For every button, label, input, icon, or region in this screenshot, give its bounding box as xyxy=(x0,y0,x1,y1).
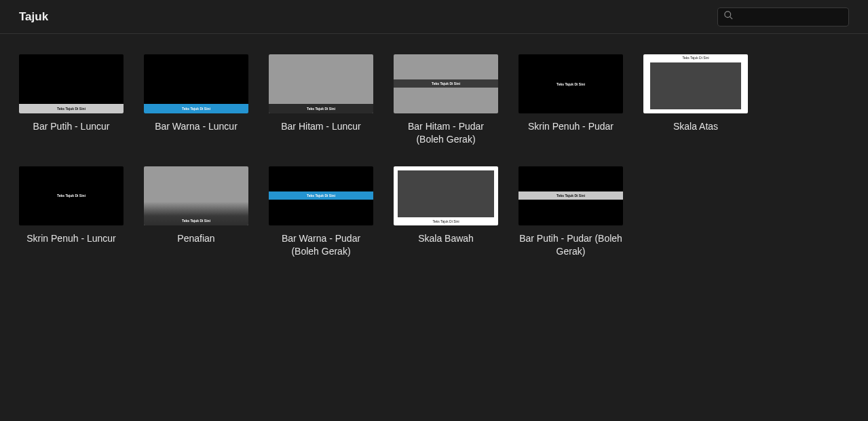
sample-text: Teks Tajuk Di Sini xyxy=(182,107,210,111)
title-templates-grid: Teks Tajuk Di Sini Bar Putih - Luncur Te… xyxy=(0,34,868,278)
template-label: Bar Hitam - Luncur xyxy=(269,120,373,133)
sample-text: Teks Tajuk Di Sini xyxy=(182,219,210,223)
sample-text: Teks Tajuk Di Sini xyxy=(394,219,498,223)
search-icon xyxy=(723,10,734,23)
template-label: Skala Atas xyxy=(643,120,748,133)
template-label: Bar Warna - Luncur xyxy=(144,120,248,133)
thumbnail: Teks Tajuk Di Sini xyxy=(269,166,373,225)
thumbnail: Teks Tajuk Di Sini xyxy=(19,54,124,113)
thumbnail: Teks Tajuk Di Sini xyxy=(518,166,623,225)
sample-text: Teks Tajuk Di Sini xyxy=(307,107,335,111)
template-label: Bar Warna - Pudar (Boleh Gerak) xyxy=(269,232,373,258)
thumbnail: Teks Tajuk Di Sini xyxy=(19,166,124,225)
template-skala-bawah[interactable]: Teks Tajuk Di Sini Skala Bawah xyxy=(394,166,498,258)
template-penafian[interactable]: Teks Tajuk Di Sini Penafian xyxy=(144,166,248,258)
sample-text: Teks Tajuk Di Sini xyxy=(307,194,335,198)
template-label: Skrin Penuh - Pudar xyxy=(518,120,623,133)
svg-point-0 xyxy=(725,12,731,18)
template-bar-hitam-pudar[interactable]: Teks Tajuk Di Sini Bar Hitam - Pudar (Bo… xyxy=(394,54,498,146)
template-label: Skrin Penuh - Luncur xyxy=(19,232,124,245)
template-bar-hitam-luncur[interactable]: Teks Tajuk Di Sini Bar Hitam - Luncur xyxy=(269,54,373,146)
thumbnail: Teks Tajuk Di Sini xyxy=(269,54,373,113)
template-skrin-penuh-pudar[interactable]: Teks Tajuk Di Sini Skrin Penuh - Pudar xyxy=(518,54,623,146)
template-label: Penafian xyxy=(144,232,248,245)
thumbnail: Teks Tajuk Di Sini xyxy=(144,54,248,113)
thumbnail: Teks Tajuk Di Sini xyxy=(394,166,498,225)
svg-line-1 xyxy=(730,16,732,19)
template-bar-putih-luncur[interactable]: Teks Tajuk Di Sini Bar Putih - Luncur xyxy=(19,54,124,146)
template-bar-warna-luncur[interactable]: Teks Tajuk Di Sini Bar Warna - Luncur xyxy=(144,54,248,146)
template-label: Skala Bawah xyxy=(394,232,498,245)
sample-text: Teks Tajuk Di Sini xyxy=(556,194,585,198)
template-label: Bar Putih - Luncur xyxy=(19,120,124,133)
sample-text: Teks Tajuk Di Sini xyxy=(57,107,86,111)
template-bar-warna-pudar[interactable]: Teks Tajuk Di Sini Bar Warna - Pudar (Bo… xyxy=(269,166,373,258)
thumbnail: Teks Tajuk Di Sini xyxy=(144,166,248,225)
template-skala-atas[interactable]: Teks Tajuk Di Sini Skala Atas xyxy=(643,54,748,146)
thumbnail: Teks Tajuk Di Sini xyxy=(394,54,498,113)
search-container[interactable] xyxy=(717,7,849,26)
template-skrin-penuh-luncur[interactable]: Teks Tajuk Di Sini Skrin Penuh - Luncur xyxy=(19,166,124,258)
header-bar: Tajuk xyxy=(0,0,868,34)
sample-text: Teks Tajuk Di Sini xyxy=(556,82,585,86)
sample-text: Teks Tajuk Di Sini xyxy=(643,56,748,60)
sample-text: Teks Tajuk Di Sini xyxy=(432,81,460,86)
sample-text: Teks Tajuk Di Sini xyxy=(57,194,86,198)
template-label: Bar Putih - Pudar (Boleh Gerak) xyxy=(518,232,623,258)
page-title: Tajuk xyxy=(19,10,48,24)
thumbnail: Teks Tajuk Di Sini xyxy=(643,54,748,113)
template-label: Bar Hitam - Pudar (Boleh Gerak) xyxy=(394,120,498,146)
template-bar-putih-pudar[interactable]: Teks Tajuk Di Sini Bar Putih - Pudar (Bo… xyxy=(518,166,623,258)
thumbnail: Teks Tajuk Di Sini xyxy=(518,54,623,113)
search-input[interactable] xyxy=(738,12,843,22)
